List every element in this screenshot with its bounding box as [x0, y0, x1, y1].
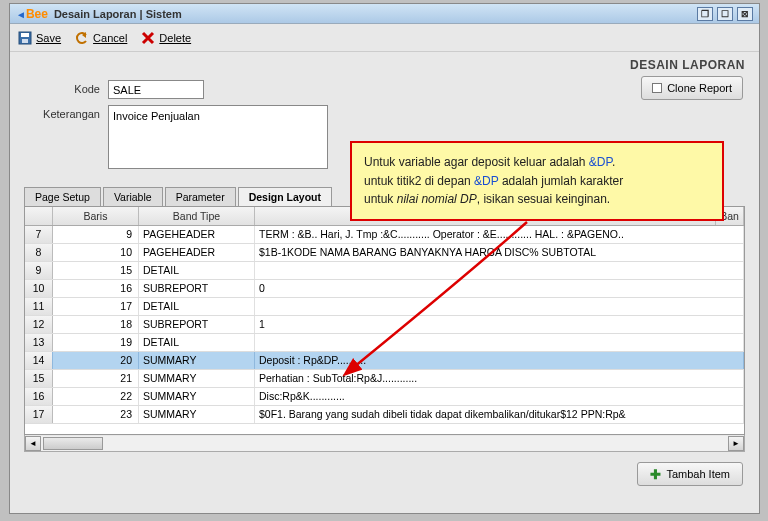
delete-label: Delete — [159, 32, 191, 44]
cell-content: $1B-1KODE NAMA BARANG BANYAKNYA HARGA DI… — [255, 244, 744, 261]
table-row[interactable]: 810PAGEHEADER$1B-1KODE NAMA BARANG BANYA… — [25, 244, 744, 262]
cell-baris: 17 — [53, 298, 139, 315]
cell-content: Deposit : Rp&DP.......... — [255, 352, 744, 369]
cell-content: $0F1. Barang yang sudah dibeli tidak dap… — [255, 406, 744, 423]
cell-baris: 16 — [53, 280, 139, 297]
tab-page-setup[interactable]: Page Setup — [24, 187, 101, 206]
cell-bandtipe: SUBREPORT — [139, 316, 255, 333]
delete-button[interactable]: Delete — [141, 31, 191, 45]
app-logo: Bee — [16, 7, 48, 21]
tambah-item-button[interactable]: ✚ Tambah Item — [637, 462, 743, 486]
table-row[interactable]: 1521SUMMARYPerhatian : SubTotal:Rp&J....… — [25, 370, 744, 388]
cell-rownum: 16 — [25, 388, 53, 405]
scroll-thumb[interactable] — [43, 437, 103, 450]
kode-label: Kode — [34, 80, 100, 95]
cell-baris: 21 — [53, 370, 139, 387]
scroll-track[interactable] — [41, 436, 728, 451]
col-rownum[interactable] — [25, 207, 53, 225]
tambah-item-label: Tambah Item — [666, 468, 730, 480]
plus-icon: ✚ — [650, 467, 661, 482]
clone-report-button[interactable]: Clone Report — [641, 76, 743, 100]
cell-rownum: 9 — [25, 262, 53, 279]
toolbar: Save Cancel Delete — [10, 24, 759, 52]
table-row[interactable]: 79PAGEHEADERTERM : &B.. Hari, J. Tmp :&C… — [25, 226, 744, 244]
cell-baris: 20 — [53, 352, 139, 369]
col-baris[interactable]: Baris — [53, 207, 139, 225]
cancel-label: Cancel — [93, 32, 127, 44]
undo-icon — [75, 31, 89, 45]
cell-baris: 15 — [53, 262, 139, 279]
window-title: Desain Laporan | Sistem — [54, 8, 182, 20]
cell-rownum: 7 — [25, 226, 53, 243]
cell-bandtipe: SUMMARY — [139, 352, 255, 369]
table-row[interactable]: 1016SUBREPORT0 — [25, 280, 744, 298]
delete-icon — [141, 31, 155, 45]
save-label: Save — [36, 32, 61, 44]
table-row[interactable]: 1117DETAIL — [25, 298, 744, 316]
cell-bandtipe: SUBREPORT — [139, 280, 255, 297]
cancel-button[interactable]: Cancel — [75, 31, 127, 45]
cell-bandtipe: DETAIL — [139, 262, 255, 279]
table-row[interactable]: 1420SUMMARYDeposit : Rp&DP.......... — [25, 352, 744, 370]
cell-baris: 19 — [53, 334, 139, 351]
clone-label: Clone Report — [667, 82, 732, 94]
keterangan-label: Keterangan — [34, 105, 100, 120]
cell-content — [255, 298, 744, 315]
cell-bandtipe: SUMMARY — [139, 388, 255, 405]
cell-bandtipe: PAGEHEADER — [139, 226, 255, 243]
cell-bandtipe: PAGEHEADER — [139, 244, 255, 261]
cell-bandtipe: DETAIL — [139, 298, 255, 315]
horizontal-scrollbar[interactable]: ◄ ► — [24, 435, 745, 452]
table-row[interactable]: 915DETAIL — [25, 262, 744, 280]
table-row[interactable]: 1723SUMMARY$0F1. Barang yang sudah dibel… — [25, 406, 744, 424]
cell-content: Disc:Rp&K............ — [255, 388, 744, 405]
cell-rownum: 8 — [25, 244, 53, 261]
scroll-right-icon[interactable]: ► — [728, 436, 744, 451]
cell-content: TERM : &B.. Hari, J. Tmp :&C........... … — [255, 226, 744, 243]
cell-rownum: 10 — [25, 280, 53, 297]
table-row[interactable]: 1622SUMMARY Disc:Rp&K............ — [25, 388, 744, 406]
table-row[interactable]: 1218SUBREPORT1 — [25, 316, 744, 334]
page-title: DESAIN LAPORAN — [10, 52, 759, 74]
svg-rect-1 — [21, 33, 29, 37]
window-restore-icon[interactable]: ❐ — [697, 7, 713, 21]
kode-input[interactable] — [108, 80, 204, 99]
cell-rownum: 11 — [25, 298, 53, 315]
cell-content — [255, 334, 744, 351]
grid-body[interactable]: 79PAGEHEADERTERM : &B.. Hari, J. Tmp :&C… — [25, 226, 744, 434]
titlebar[interactable]: Bee Desain Laporan | Sistem ❐ ☐ ⊠ — [10, 4, 759, 24]
window-close-icon[interactable]: ⊠ — [737, 7, 753, 21]
clone-icon — [652, 83, 662, 93]
cell-content: 1 — [255, 316, 744, 333]
cell-baris: 10 — [53, 244, 139, 261]
keterangan-textarea[interactable]: Invoice Penjualan — [108, 105, 328, 169]
cell-content: Perhatian : SubTotal:Rp&J............ — [255, 370, 744, 387]
save-button[interactable]: Save — [18, 31, 61, 45]
cell-baris: 9 — [53, 226, 139, 243]
cell-baris: 23 — [53, 406, 139, 423]
cell-rownum: 14 — [25, 352, 53, 369]
table-row[interactable]: 1319DETAIL — [25, 334, 744, 352]
window-maximize-icon[interactable]: ☐ — [717, 7, 733, 21]
col-band-tipe[interactable]: Band Tipe — [139, 207, 255, 225]
annotation-callout: Untuk variable agar deposit keluar adala… — [350, 141, 724, 221]
svg-rect-2 — [22, 39, 28, 43]
design-grid: Baris Band Tipe Ban 79PAGEHEADERTERM : &… — [24, 206, 745, 435]
tab-design-layout[interactable]: Design Layout — [238, 187, 332, 206]
tab-parameter[interactable]: Parameter — [165, 187, 236, 206]
cell-bandtipe: SUMMARY — [139, 370, 255, 387]
cell-rownum: 17 — [25, 406, 53, 423]
cell-rownum: 12 — [25, 316, 53, 333]
app-window: Bee Desain Laporan | Sistem ❐ ☐ ⊠ Save C… — [9, 3, 760, 514]
cell-rownum: 15 — [25, 370, 53, 387]
scroll-left-icon[interactable]: ◄ — [25, 436, 41, 451]
cell-content: 0 — [255, 280, 744, 297]
cell-rownum: 13 — [25, 334, 53, 351]
cell-content — [255, 262, 744, 279]
tab-variable[interactable]: Variable — [103, 187, 163, 206]
save-icon — [18, 31, 32, 45]
cell-baris: 18 — [53, 316, 139, 333]
cell-bandtipe: SUMMARY — [139, 406, 255, 423]
cell-bandtipe: DETAIL — [139, 334, 255, 351]
cell-baris: 22 — [53, 388, 139, 405]
